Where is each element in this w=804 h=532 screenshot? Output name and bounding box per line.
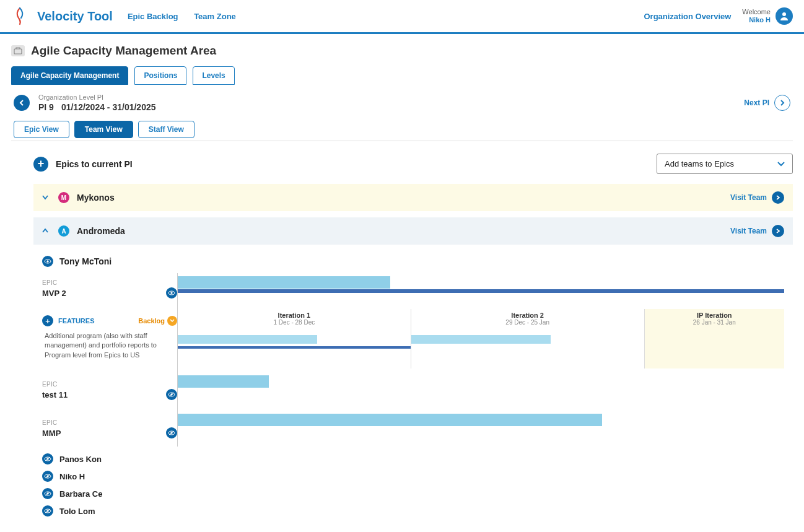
team-header-andromeda: A Andromeda Visit Team	[33, 217, 793, 245]
next-pi-label: Next PI	[744, 98, 769, 107]
prev-pi-button[interactable]	[14, 95, 30, 111]
svg-point-0	[782, 12, 786, 16]
svg-line-23	[45, 509, 50, 513]
add-teams-select[interactable]: Add teams to Epics	[657, 154, 793, 174]
chevron-right-icon	[772, 225, 784, 237]
list-item: Barbara Ce	[42, 485, 784, 502]
member-list: Panos Kon Niko H Barbara Ce Tolo Lom	[42, 450, 784, 520]
top-bar: Velocity Tool Epic Backlog Team Zone Org…	[0, 0, 804, 34]
main-tabs: Agile Capacity Management Positions Leve…	[11, 66, 793, 85]
welcome-label: Welcome	[742, 8, 771, 16]
page-title: Agile Capacity Management Area	[31, 44, 216, 58]
gantt-progress-mvp2	[178, 289, 784, 293]
member-name-expanded: Tony McToni	[59, 256, 111, 266]
feature-description: Additional program (also with staff mana…	[42, 331, 177, 360]
epic-label: EPIC	[42, 279, 177, 286]
user-name: Niko H	[742, 16, 771, 24]
member-name: Tolo Lom	[59, 507, 95, 516]
eye-icon[interactable]	[42, 453, 53, 464]
collapse-toggle-mykonos[interactable]	[42, 193, 51, 202]
view-tab-team[interactable]: Team View	[74, 121, 133, 138]
nav-team-zone[interactable]: Team Zone	[194, 12, 236, 21]
gantt-bar-mvp2[interactable]	[178, 276, 390, 289]
team-name-andromeda: Andromeda	[77, 226, 125, 236]
team-body-andromeda: Tony McToni EPIC MVP 2	[33, 245, 793, 532]
next-pi-icon	[774, 95, 790, 111]
list-item: Panos Kon	[42, 450, 784, 468]
top-nav: Epic Backlog Team Zone	[128, 12, 250, 21]
view-tabs: Epic View Team View Staff View	[14, 121, 790, 138]
chevron-down-icon	[777, 159, 785, 168]
gantt-chart: Iteration 1 1 Dec - 28 Dec Iteration 2 2…	[177, 273, 784, 447]
user-area[interactable]: Welcome Niko H	[742, 7, 793, 25]
epic-name-mmp: MMP	[42, 429, 61, 438]
iteration-col-1: Iteration 1 1 Dec - 28 Dec	[178, 309, 411, 333]
iteration-progress-1	[178, 346, 411, 349]
visibility-toggle-mmp[interactable]	[166, 427, 177, 438]
member-name: Panos Kon	[59, 455, 102, 464]
eye-icon[interactable]	[42, 488, 53, 499]
next-pi-button[interactable]: Next PI	[744, 95, 790, 111]
team-badge-mykonos: M	[58, 192, 69, 203]
pi-bar: Organization Level PI PI 9 01/12/2024 - …	[11, 85, 793, 141]
chevron-right-icon	[772, 191, 784, 204]
member-name: Barbara Ce	[59, 489, 102, 499]
add-epics-button[interactable]: +	[33, 157, 48, 172]
gantt-bar-mmp[interactable]	[178, 414, 602, 426]
pi-label: Organization Level PI	[38, 94, 155, 101]
eye-icon[interactable]	[42, 471, 53, 482]
list-item: Niko H	[42, 468, 784, 485]
visibility-toggle-test11[interactable]	[166, 389, 177, 400]
team-badge-andromeda: A	[58, 225, 69, 237]
visit-team-andromeda[interactable]: Visit Team	[730, 225, 784, 237]
epic-name-mvp2: MVP 2	[42, 289, 66, 298]
iteration-bar-1[interactable]	[178, 335, 317, 344]
nav-epic-backlog[interactable]: Epic Backlog	[128, 12, 178, 21]
epic-label: EPIC	[42, 419, 177, 426]
pi-name: PI 9	[38, 102, 54, 112]
tab-positions[interactable]: Positions	[134, 66, 186, 85]
tab-agile-capacity-management[interactable]: Agile Capacity Management	[11, 66, 128, 85]
epics-to-pi-label: Epics to current PI	[56, 159, 133, 169]
team-header-mykonos: M Mykonos Visit Team	[33, 184, 793, 211]
add-teams-label: Add teams to Epics	[665, 159, 734, 168]
list-item: Tolo Lom	[42, 502, 784, 520]
add-feature-button[interactable]: +	[42, 315, 53, 326]
iteration-bar-2[interactable]	[411, 335, 551, 344]
view-tab-epic[interactable]: Epic View	[14, 121, 69, 138]
svg-rect-1	[14, 49, 22, 54]
svg-line-8	[169, 393, 174, 396]
gantt-bar-test11[interactable]	[178, 375, 269, 388]
backlog-toggle[interactable]: Backlog	[138, 316, 177, 326]
svg-point-3	[47, 261, 48, 262]
chevron-down-icon	[167, 316, 177, 326]
app-logo	[11, 5, 28, 27]
view-tab-staff[interactable]: Staff View	[138, 121, 194, 138]
member-name: Niko H	[59, 472, 85, 481]
nav-org-overview[interactable]: Organization Overview	[644, 12, 731, 21]
visibility-toggle-mvp2[interactable]	[166, 287, 177, 299]
epic-name-test11: test 11	[42, 390, 68, 399]
iteration-col-2: Iteration 2 29 Dec - 25 Jan	[411, 309, 645, 333]
iteration-col-ip: IP Iteration 26 Jan - 31 Jan	[645, 309, 784, 333]
epic-label: EPIC	[42, 381, 177, 388]
visit-team-mykonos[interactable]: Visit Team	[730, 191, 784, 204]
page-icon	[11, 45, 25, 56]
features-label: FEATURES	[58, 317, 94, 325]
user-avatar-icon[interactable]	[776, 7, 793, 25]
pi-range: 01/12/2024 - 31/01/2025	[61, 102, 156, 112]
eye-icon[interactable]	[42, 256, 53, 267]
svg-line-20	[45, 492, 50, 495]
collapse-toggle-andromeda[interactable]	[42, 227, 51, 235]
app-title: Velocity Tool	[37, 9, 113, 24]
eye-icon[interactable]	[42, 505, 53, 517]
team-name-mykonos: Mykonos	[77, 193, 115, 203]
svg-line-17	[45, 474, 50, 478]
svg-line-14	[45, 457, 50, 461]
svg-line-11	[169, 431, 174, 435]
tab-levels[interactable]: Levels	[193, 66, 234, 85]
svg-point-5	[171, 292, 172, 294]
